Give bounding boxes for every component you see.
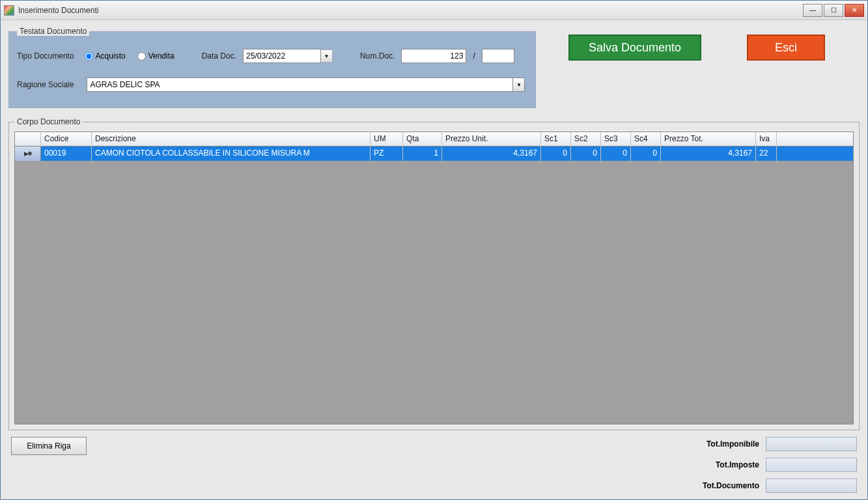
- cell-sc2[interactable]: 0: [571, 146, 601, 161]
- total-imposte-row: Tot.Imposte: [703, 458, 857, 472]
- footer-area: Elimina Riga Tot.Imponibile Tot.Imposte …: [8, 437, 860, 493]
- close-button[interactable]: ✕: [845, 4, 864, 17]
- cell-codice[interactable]: 00019: [41, 146, 92, 161]
- grid-header-sc3[interactable]: Sc3: [601, 132, 631, 146]
- num-doc-input[interactable]: [401, 49, 466, 63]
- ragione-sociale-combo[interactable]: ▼: [87, 77, 525, 92]
- grid-header-prezzo-unit[interactable]: Prezzo Unit.: [442, 132, 541, 146]
- header-legend: Testata Documento: [17, 27, 89, 36]
- content-area: Testata Documento Tipo Documento Acquist…: [1, 20, 867, 499]
- radio-vendita-label: Vendita: [148, 51, 175, 61]
- grid-header: Codice Descrizione UM Qta Prezzo Unit. S…: [15, 132, 853, 146]
- date-picker: ▼: [243, 49, 333, 63]
- data-doc-input[interactable]: [243, 49, 321, 63]
- total-imposte-label: Tot.Imposte: [716, 460, 759, 469]
- window-title: Inserimento Documenti: [18, 6, 803, 15]
- app-icon: [4, 5, 14, 16]
- total-imponibile-label: Tot.Imponibile: [707, 439, 759, 449]
- cell-prezzo-unit[interactable]: 4,3167: [442, 146, 541, 161]
- radio-acquisto[interactable]: Acquisto: [85, 51, 126, 61]
- tipo-radio-group: Acquisto Vendita: [85, 51, 175, 61]
- grid-header-um[interactable]: UM: [371, 132, 403, 146]
- row-indicator-icon[interactable]: ▶✱: [15, 146, 41, 161]
- cell-descrizione[interactable]: CAMON CIOTOLA COLLASSABILE IN SILICONE M…: [92, 146, 371, 161]
- data-grid[interactable]: Codice Descrizione UM Qta Prezzo Unit. S…: [14, 132, 854, 424]
- cell-qta[interactable]: 1: [403, 146, 442, 161]
- delete-row-button[interactable]: Elimina Riga: [11, 437, 87, 455]
- header-fieldset: Testata Documento Tipo Documento Acquist…: [8, 27, 536, 108]
- grid-header-sc1[interactable]: Sc1: [541, 132, 571, 146]
- total-imposte-value: [766, 458, 857, 472]
- body-legend: Corpo Documento: [14, 117, 83, 126]
- total-imponibile-row: Tot.Imponibile: [703, 437, 857, 451]
- total-documento-row: Tot.Documento: [703, 479, 857, 493]
- header-row-1: Tipo Documento Acquisto Vendita Data Doc…: [17, 49, 527, 63]
- table-row[interactable]: ▶✱ 00019 CAMON CIOTOLA COLLASSABILE IN S…: [15, 146, 853, 161]
- totals-panel: Tot.Imponibile Tot.Imposte Tot.Documento: [703, 437, 857, 493]
- top-row: Testata Documento Tipo Documento Acquist…: [8, 27, 860, 108]
- date-dropdown-icon[interactable]: ▼: [321, 49, 333, 62]
- radio-acquisto-input[interactable]: [85, 52, 93, 61]
- cell-um[interactable]: PZ: [371, 146, 403, 161]
- grid-header-codice[interactable]: Codice: [41, 132, 92, 146]
- radio-acquisto-label: Acquisto: [96, 51, 126, 61]
- exit-button[interactable]: Esci: [747, 35, 825, 61]
- ragione-sociale-input[interactable]: [87, 77, 513, 92]
- cell-iva[interactable]: 22: [756, 146, 777, 161]
- num-doc-suffix-input[interactable]: [482, 49, 514, 63]
- num-doc-label: Num.Doc.: [360, 51, 395, 61]
- data-doc-label: Data Doc.: [202, 51, 236, 61]
- ragione-sociale-label: Ragione Sociale: [17, 80, 74, 89]
- grid-header-sc4[interactable]: Sc4: [631, 132, 661, 146]
- cell-sc3[interactable]: 0: [601, 146, 631, 161]
- titlebar[interactable]: Inserimento Documenti — ☐ ✕: [1, 1, 867, 20]
- window-controls: — ☐ ✕: [803, 4, 864, 17]
- chevron-down-icon[interactable]: ▼: [513, 77, 525, 92]
- grid-header-descrizione[interactable]: Descrizione: [92, 132, 371, 146]
- cell-sc4[interactable]: 0: [631, 146, 661, 161]
- num-doc-separator: /: [473, 51, 475, 61]
- total-documento-value: [766, 479, 857, 493]
- app-window: Inserimento Documenti — ☐ ✕ Testata Docu…: [0, 0, 868, 500]
- body-fieldset: Corpo Documento Codice Descrizione UM Qt…: [8, 117, 860, 430]
- total-imponibile-value: [766, 437, 857, 451]
- grid-header-sc2[interactable]: Sc2: [571, 132, 601, 146]
- save-button[interactable]: Salva Documento: [568, 35, 701, 61]
- tipo-documento-label: Tipo Documento: [17, 51, 74, 61]
- action-buttons: Salva Documento Esci: [568, 35, 825, 61]
- cell-prezzo-tot[interactable]: 4,3167: [661, 146, 756, 161]
- radio-vendita-input[interactable]: [137, 52, 146, 61]
- grid-header-prezzo-tot[interactable]: Prezzo Tot.: [661, 132, 756, 146]
- header-row-2: Ragione Sociale ▼: [17, 77, 527, 92]
- grid-header-qta[interactable]: Qta: [403, 132, 442, 146]
- cell-sc1[interactable]: 0: [541, 146, 571, 161]
- radio-vendita[interactable]: Vendita: [137, 51, 175, 61]
- grid-header-iva[interactable]: Iva: [756, 132, 777, 146]
- total-documento-label: Tot.Documento: [703, 481, 759, 490]
- grid-header-rowselector: [15, 132, 41, 146]
- grid-empty-area: [15, 161, 853, 424]
- maximize-button[interactable]: ☐: [824, 4, 843, 17]
- minimize-button[interactable]: —: [803, 4, 822, 17]
